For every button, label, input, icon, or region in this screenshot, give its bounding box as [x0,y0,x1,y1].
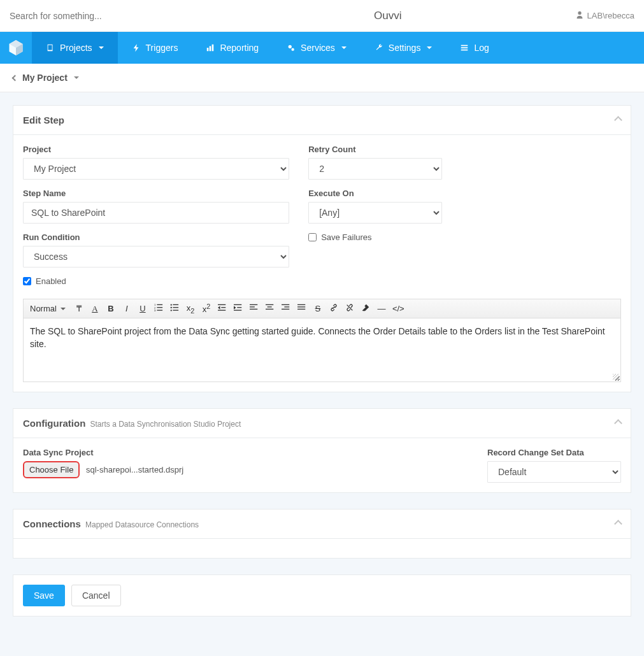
breadcrumb[interactable]: My Project [0,64,644,92]
user-icon [575,10,584,21]
editor-indent-icon[interactable] [233,303,243,314]
edit-step-panel: Edit Step Project My Project Step Name [13,105,631,392]
enabled-checkbox[interactable] [23,277,31,285]
editor-color-icon[interactable]: A [90,304,100,314]
nav-log[interactable]: Log [446,32,503,64]
save-failures-checkbox[interactable] [308,233,317,241]
edit-step-header[interactable]: Edit Step [13,106,631,135]
breadcrumb-label: My Project [22,73,68,83]
configuration-title: Configuration [23,418,85,429]
brand-title: Ouvvi [201,10,575,22]
editor-align-right-icon[interactable] [281,303,291,314]
editor-italic-icon[interactable]: I [122,304,132,313]
book-icon [46,43,55,52]
user-area[interactable]: LAB\rebecca [575,10,634,21]
editor-eraser-icon[interactable] [361,303,371,314]
nav-reporting-label: Reporting [220,43,259,53]
search-input[interactable] [10,11,201,21]
editor-underline-icon[interactable]: U [138,304,148,313]
editor-toolbar: Normal ₸ A B I U 123 x2 x2 S [23,299,621,318]
edit-step-title: Edit Step [23,115,64,125]
nav-services[interactable]: Services [273,32,361,64]
editor-align-justify-icon[interactable] [297,303,307,314]
editor-strike-icon[interactable]: S [313,304,323,313]
svg-rect-26 [218,310,225,311]
svg-rect-5 [212,45,214,52]
list-icon [460,43,469,52]
configuration-panel: Configuration Starts a Data Synchronisat… [13,408,631,493]
editor-style-select[interactable]: Normal [27,303,68,315]
choose-file-button[interactable]: Choose File [23,461,80,478]
editor-outdent-icon[interactable] [217,303,227,314]
svg-rect-33 [250,309,257,310]
svg-rect-42 [297,309,305,310]
svg-point-19 [171,307,172,308]
editor-ol-icon[interactable]: 123 [154,303,164,314]
connections-header[interactable]: Connections Mapped Datasource Connection… [13,510,631,539]
svg-marker-28 [234,306,236,309]
svg-rect-3 [207,48,209,51]
wrench-icon [375,43,383,52]
navbar: Projects Triggers Reporting Services Set… [0,32,644,64]
nav-reporting[interactable]: Reporting [192,32,273,64]
editor-bold-icon[interactable]: B [106,304,116,313]
svg-rect-38 [284,306,289,307]
svg-rect-31 [250,304,257,305]
cancel-button[interactable]: Cancel [71,585,121,606]
svg-rect-8 [461,45,468,46]
svg-point-6 [289,45,292,48]
editor-link-icon[interactable] [329,303,339,314]
run-condition-select[interactable]: Success [23,246,289,267]
collapse-icon[interactable] [615,116,621,125]
connections-panel: Connections Mapped Datasource Connection… [13,509,631,559]
editor-hr-icon[interactable]: — [376,304,387,313]
topbar: Ouvvi LAB\rebecca [0,0,644,32]
retry-count-select[interactable]: 2 [308,158,442,180]
svg-point-17 [171,304,172,305]
configuration-header[interactable]: Configuration Starts a Data Synchronisat… [13,409,631,438]
data-sync-project-label: Data Sync Project [23,448,183,457]
editor-code-icon[interactable]: </> [392,304,404,313]
svg-rect-4 [210,46,211,51]
save-failures-label: Save Failures [321,232,371,242]
step-name-input[interactable] [23,202,289,224]
record-change-select[interactable]: Default [487,461,621,483]
step-name-label: Step Name [23,189,289,198]
svg-rect-14 [157,307,162,308]
bolt-icon [132,43,141,52]
svg-rect-27 [234,304,241,305]
svg-rect-10 [461,50,468,51]
nav-projects-label: Projects [60,43,92,53]
editor-content[interactable]: The SQL to SharePoint project from the D… [23,318,621,382]
nav-settings[interactable]: Settings [361,32,447,64]
editor-align-left-icon[interactable] [249,303,259,314]
collapse-icon[interactable] [615,520,621,529]
nav-projects[interactable]: Projects [32,32,118,64]
svg-rect-23 [218,304,225,305]
editor-ul-icon[interactable] [169,303,180,314]
execute-on-label: Execute On [308,189,442,198]
svg-rect-18 [173,304,178,305]
nav-triggers[interactable]: Triggers [118,32,192,64]
editor-unlink-icon[interactable] [345,303,355,314]
nav-settings-label: Settings [389,43,421,53]
svg-point-21 [171,310,172,311]
execute-on-select[interactable]: [Any] [308,202,442,224]
user-label: LAB\rebecca [587,11,634,20]
project-label: Project [23,145,289,154]
configuration-subtitle: Starts a Data Synchronisation Studio Pro… [90,420,241,429]
filename-label: sql-sharepoi...started.dsprj [86,465,183,474]
save-button[interactable]: Save [23,585,65,606]
svg-rect-29 [237,307,241,308]
collapse-icon[interactable] [615,419,621,428]
project-select[interactable]: My Project [23,158,289,180]
caret-down-icon [427,46,432,49]
editor-superscript-icon[interactable]: x2 [201,303,211,314]
editor-align-center-icon[interactable] [265,303,275,314]
caret-down-icon [99,46,104,49]
editor-fontsize-icon[interactable]: ₸ [74,304,84,314]
editor-subscript-icon[interactable]: x2 [185,303,196,315]
connections-subtitle: Mapped Datasource Connections [85,520,199,529]
caret-down-icon [341,46,347,49]
logo[interactable] [0,32,32,64]
